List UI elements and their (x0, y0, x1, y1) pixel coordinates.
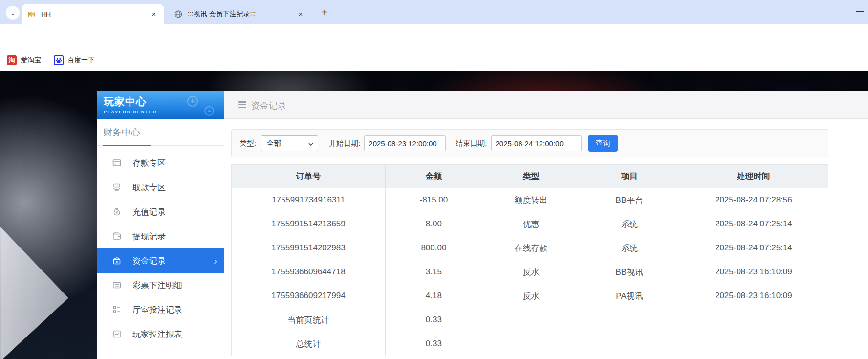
table-cell: 2025-08-24 07:25:14 (679, 236, 828, 260)
table-cell: 800.00 (386, 236, 482, 260)
sidebar-item-label: 存款专区 (132, 157, 166, 169)
table-cell: 总统计 (232, 332, 386, 356)
table-row: 总统计0.33 (232, 332, 828, 356)
end-date-input[interactable] (491, 135, 582, 151)
table-cell: 1755936609644718 (232, 260, 386, 284)
sidebar-item-label: 厅室投注记录 (132, 304, 182, 315)
table-cell (580, 332, 679, 356)
table-row: 1755991734916311-815.00额度转出BB平台2025-08-2… (232, 188, 828, 212)
tab-search-button[interactable]: ⌄ (6, 6, 20, 20)
sidebar-item-label: 提现记录 (132, 231, 166, 242)
table-cell (482, 332, 580, 356)
sidebar-item-hall-bet-record[interactable]: 厅室投注记录 (97, 297, 224, 322)
bookmarks-bar: 淘 爱淘宝 百度一下 (0, 49, 868, 71)
column-header: 订单号 (232, 165, 386, 188)
table-cell (679, 308, 828, 332)
sidebar-item-withdraw-zone[interactable]: 取款专区 (97, 175, 224, 200)
start-date-label: 开始日期: (329, 139, 360, 148)
table-cell: 系统 (580, 212, 679, 236)
sidebar-item-player-bet-report[interactable]: 玩家投注报表 (97, 322, 224, 346)
menu-toggle-icon[interactable] (238, 101, 246, 108)
table-cell: BB视讯 (580, 260, 679, 284)
table-cell: 1755991734916311 (232, 188, 386, 212)
sidebar-menu: 存款专区取款专区¥充值记录提现记录¥资金记录›彩票下注明细厅室投注记录玩家投注报… (97, 151, 224, 346)
table-cell: 当前页统计 (232, 308, 386, 332)
player-report-icon (112, 329, 122, 339)
start-date-input[interactable] (364, 135, 446, 151)
table-cell (580, 308, 679, 332)
table-cell: 反水 (482, 284, 580, 308)
sidebar-item-lottery-bet-detail[interactable]: 彩票下注明细 (97, 273, 224, 297)
table-cell: 系统 (580, 236, 679, 260)
sidebar-item-label: 资金记录 (132, 255, 166, 267)
filter-bar: 类型: 全部 开始日期: 结束日期: 查询 (231, 129, 828, 157)
table-cell: 2025-08-23 16:10:09 (679, 260, 828, 284)
sidebar-item-withdraw-record[interactable]: 提现记录 (97, 224, 224, 248)
type-select[interactable]: 全部 (261, 135, 318, 151)
hh-gold-icon (27, 10, 36, 19)
search-button[interactable]: 查询 (588, 135, 618, 152)
tab-title: HH (41, 10, 146, 18)
table-cell: 2025-08-24 07:28:56 (679, 188, 828, 212)
end-date-label: 结束日期: (456, 139, 487, 148)
bookmark-label: 爱淘宝 (21, 56, 41, 65)
gamepad-icon (184, 94, 218, 118)
chevron-right-icon: › (214, 256, 217, 266)
sidebar-item-label: 取款专区 (132, 182, 166, 193)
table-cell (679, 332, 828, 356)
panel-header: 资金记录 (224, 91, 868, 119)
type-select-value: 全部 (266, 139, 281, 148)
column-header: 金额 (386, 165, 482, 188)
table-cell: 0.33 (386, 308, 482, 332)
window-minimize-button[interactable] (856, 11, 864, 12)
tab-hh[interactable]: HH × (22, 4, 164, 24)
page-title: 资金记录 (251, 100, 286, 112)
page-background: 玩家中心 PLAYERS CENTER 财务中心 存款专区取款专区¥充值记录提现… (0, 71, 868, 359)
table-row: 17559366096447183.15反水BB视讯2025-08-23 16:… (232, 260, 828, 284)
bookmark-aitaobao[interactable]: 淘 爱淘宝 (7, 55, 41, 65)
taobao-icon: 淘 (7, 55, 17, 65)
sidebar-item-funds-record[interactable]: ¥资金记录› (97, 248, 224, 273)
table-cell: 2025-08-24 07:25:14 (679, 212, 828, 236)
bookmark-label: 百度一下 (67, 56, 95, 65)
table-cell: -815.00 (386, 188, 482, 212)
browser-tab-strip: ⌄ HH × :::视讯 会员下注纪录::: × + (0, 0, 868, 24)
recharge-record-icon: ¥ (112, 207, 122, 217)
svg-text:¥: ¥ (116, 260, 118, 264)
tab-video-records[interactable]: :::视讯 会员下注纪录::: × (168, 4, 311, 24)
table-row: 1755991514202983800.00在线存款系统2025-08-24 0… (232, 236, 828, 260)
bookmark-baidu[interactable]: 百度一下 (54, 55, 95, 65)
table-cell: 1755991514202983 (232, 236, 386, 260)
sidebar-section-finance: 财务中心 (97, 119, 224, 146)
close-icon[interactable]: × (150, 10, 158, 19)
close-icon[interactable]: × (296, 10, 305, 19)
table-cell: 1755936609217994 (232, 284, 386, 308)
browser-toolbar: mgm1065.com/hhcp/usercenter.html?iniType… (0, 24, 868, 49)
withdraw-icon (112, 182, 122, 192)
hall-bets-icon (112, 305, 122, 314)
type-label: 类型: (239, 139, 256, 148)
table-row: 当前页统计0.33 (232, 308, 828, 332)
sidebar-item-label: 玩家投注报表 (132, 329, 182, 340)
table-cell: 8.00 (386, 212, 482, 236)
main-panel: 资金记录 类型: 全部 开始日期: 结束日期: 查询 订单号金额类型项目处理时间… (224, 91, 868, 359)
svg-text:¥: ¥ (116, 210, 118, 215)
table-body: 1755991734916311-815.00额度转出BB平台2025-08-2… (232, 188, 828, 356)
table-cell: 优惠 (482, 212, 580, 236)
column-header: 项目 (580, 165, 679, 188)
globe-icon (174, 10, 183, 19)
sidebar-item-recharge-record[interactable]: ¥充值记录 (97, 200, 224, 224)
table-cell: BB平台 (580, 188, 679, 212)
table-cell: 在线存款 (482, 236, 580, 260)
sidebar-banner: 玩家中心 PLAYERS CENTER (97, 91, 224, 119)
sidebar-item-deposit-zone[interactable]: 存款专区 (97, 151, 224, 175)
table-cell: 额度转出 (482, 188, 580, 212)
table-cell: 2025-08-23 16:10:09 (679, 284, 828, 308)
withdraw-record-icon (112, 231, 122, 241)
column-header: 类型 (482, 165, 580, 188)
sidebar-item-label: 彩票下注明细 (132, 280, 182, 291)
deposit-icon (112, 158, 122, 168)
table-header-row: 订单号金额类型项目处理时间 (232, 165, 828, 188)
chevron-down-icon (308, 140, 314, 146)
new-tab-button[interactable]: + (319, 7, 330, 19)
